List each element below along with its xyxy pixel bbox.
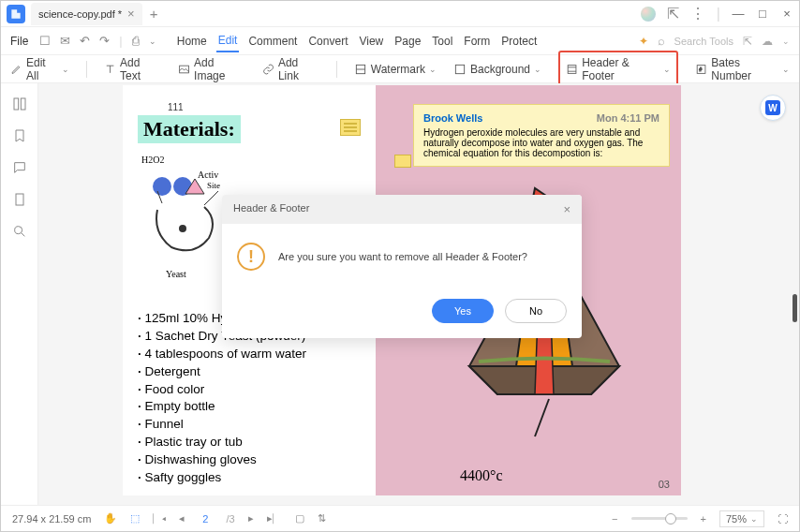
search-input[interactable]: Search Tools xyxy=(674,36,733,47)
word-export-badge[interactable]: W xyxy=(760,95,786,121)
materials-title: Materials: xyxy=(138,115,241,143)
minimize-icon[interactable]: — xyxy=(732,7,745,21)
toolbar: Edit All⌄ Add Text Add Image Add Link Wa… xyxy=(1,55,799,83)
no-button[interactable]: No xyxy=(505,299,567,323)
tab-title: science-copy.pdf * xyxy=(38,8,122,20)
svg-point-9 xyxy=(14,227,22,234)
mail-icon[interactable]: ✉ xyxy=(60,34,70,48)
svg-rect-2 xyxy=(455,65,464,73)
comment-text: Hydrogen peroxide molecules are very uns… xyxy=(423,127,659,158)
share-icon[interactable]: ⇱ xyxy=(667,5,679,22)
svg-rect-3 xyxy=(568,65,576,73)
svg-point-13 xyxy=(179,225,186,232)
close-window-icon[interactable]: × xyxy=(780,7,793,21)
fit-page-icon[interactable]: ⇅ xyxy=(318,512,326,525)
page-total: /3 xyxy=(226,513,234,525)
menu-convert[interactable]: Convert xyxy=(306,31,349,52)
add-link-button[interactable]: Add Link xyxy=(262,56,319,82)
page-number: 03 xyxy=(659,479,670,490)
undo-icon[interactable]: ↶ xyxy=(80,34,90,48)
svg-rect-6 xyxy=(14,98,19,110)
hand-tool-icon[interactable]: ✋ xyxy=(104,512,117,525)
bates-number-button[interactable]: #Bates Number⌄ xyxy=(695,56,790,82)
comment-time: Mon 4:11 PM xyxy=(597,112,659,124)
menu-comment[interactable]: Comment xyxy=(246,31,299,52)
watermark-button[interactable]: Watermark⌄ xyxy=(354,63,437,76)
thumbnails-icon[interactable] xyxy=(12,96,27,111)
menu-chevron-icon[interactable]: ⌄ xyxy=(782,37,790,46)
zoom-out-icon[interactable]: − xyxy=(612,513,617,525)
yes-button[interactable]: Yes xyxy=(432,299,494,323)
menu-edit[interactable]: Edit xyxy=(216,30,240,52)
menu-view[interactable]: View xyxy=(357,31,385,52)
menu-page[interactable]: Page xyxy=(393,31,422,52)
titlebar: science-copy.pdf * × + ⇱ ⋮ | — □ × xyxy=(1,1,799,27)
menu-home[interactable]: Home xyxy=(175,31,209,52)
ai-icon[interactable] xyxy=(641,7,656,22)
menu-protect[interactable]: Protect xyxy=(499,31,539,52)
first-page-icon[interactable]: ⎸◂ xyxy=(153,512,166,525)
scrollbar[interactable] xyxy=(793,294,797,322)
redo-icon[interactable]: ↷ xyxy=(99,34,110,48)
sticky-note-icon[interactable] xyxy=(340,119,361,136)
svg-text:#: # xyxy=(700,66,703,72)
confirm-dialog: Header & Footer × ! Are you sure you wan… xyxy=(222,195,582,338)
save-icon[interactable]: ☐ xyxy=(39,34,51,48)
comment-popup[interactable]: Brook Wells Mon 4:11 PM Hydrogen peroxid… xyxy=(413,104,670,167)
search-panel-icon[interactable] xyxy=(12,224,27,239)
menu-form[interactable]: Form xyxy=(462,31,492,52)
select-tool-icon[interactable]: ⬚ xyxy=(130,512,140,525)
print-chevron-icon[interactable]: ⌄ xyxy=(149,37,156,46)
comment-author: Brook Wells xyxy=(423,112,482,124)
temperature-label: 4400°c xyxy=(460,467,503,484)
dialog-title: Header & Footer xyxy=(233,202,309,216)
zoom-in-icon[interactable]: + xyxy=(701,513,706,525)
next-page-icon[interactable]: ▸ xyxy=(248,512,254,525)
sidebar xyxy=(1,83,38,505)
add-image-button[interactable]: Add Image xyxy=(178,56,245,82)
last-page-icon[interactable]: ▸⎸ xyxy=(267,512,282,525)
header-footer-button[interactable]: Header & Footer⌄ xyxy=(558,51,678,88)
single-page-icon[interactable]: ▢ xyxy=(295,512,304,525)
page-input[interactable] xyxy=(198,513,213,525)
background-button[interactable]: Background⌄ xyxy=(453,63,541,76)
menu-tool[interactable]: Tool xyxy=(430,31,454,52)
page-dimensions: 27.94 x 21.59 cm xyxy=(12,513,91,525)
statusbar: 27.94 x 21.59 cm ✋ ⬚ ⎸◂ ◂ /3 ▸ ▸⎸ ▢ ⇅ − … xyxy=(1,505,799,531)
more-icon[interactable]: ⋮ xyxy=(690,5,705,22)
attachments-icon[interactable] xyxy=(12,192,27,207)
zoom-slider[interactable] xyxy=(631,517,688,520)
dialog-message: Are you sure you want to remove all Head… xyxy=(278,251,527,262)
bookmarks-icon[interactable] xyxy=(12,128,27,143)
maximize-icon[interactable]: □ xyxy=(756,7,769,21)
comments-icon[interactable] xyxy=(12,160,27,175)
cloud-icon[interactable]: ☁ xyxy=(762,35,773,48)
file-menu[interactable]: File xyxy=(10,35,28,48)
svg-rect-7 xyxy=(21,98,25,110)
sparkle-icon[interactable]: ✦ xyxy=(639,35,648,48)
search-icon: ⌕ xyxy=(658,34,665,48)
warning-icon: ! xyxy=(237,243,265,271)
close-tab-icon[interactable]: × xyxy=(127,7,135,21)
edit-all-button[interactable]: Edit All⌄ xyxy=(10,56,69,82)
add-text-button[interactable]: Add Text xyxy=(104,56,161,82)
page-header-number: 111 xyxy=(168,102,184,112)
menubar: File ☐ ✉ ↶ ↷ | ⎙ ⌄ Home Edit Comment Con… xyxy=(1,27,799,55)
sticky-note-icon[interactable] xyxy=(394,155,411,168)
export-icon[interactable]: ⇱ xyxy=(743,35,752,48)
fullscreen-icon[interactable]: ⛶ xyxy=(778,513,788,525)
add-tab-icon[interactable]: + xyxy=(150,6,158,22)
close-dialog-icon[interactable]: × xyxy=(563,202,570,216)
svg-point-10 xyxy=(153,177,171,196)
prev-page-icon[interactable]: ◂ xyxy=(179,512,185,525)
svg-rect-8 xyxy=(16,194,23,205)
print-icon[interactable]: ⎙ xyxy=(132,34,140,48)
app-icon xyxy=(7,5,25,23)
zoom-level[interactable]: 75%⌄ xyxy=(719,510,764,527)
document-tab[interactable]: science-copy.pdf * × xyxy=(31,3,142,25)
